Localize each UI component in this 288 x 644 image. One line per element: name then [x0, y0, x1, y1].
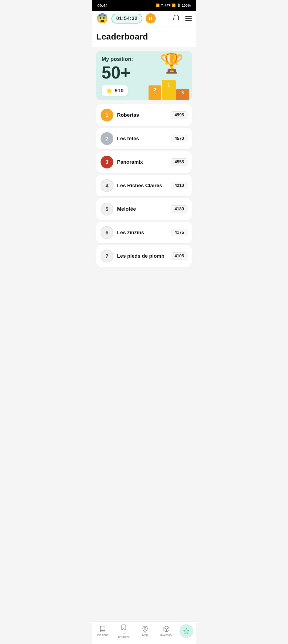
page-title: Leaderboard: [92, 26, 196, 44]
team-name: Melofée: [117, 206, 167, 212]
rank-circle: 6: [101, 226, 113, 239]
signal-icon: 📶: [172, 3, 176, 7]
podium-2: 2: [149, 85, 161, 100]
nav-in-progress-label: Inprogress: [118, 632, 130, 639]
team-score: 4175: [171, 229, 187, 236]
bluetooth-icon: 📶: [156, 3, 160, 7]
score-badge: ⭐ 910: [102, 85, 128, 96]
menu-icon[interactable]: [185, 16, 192, 21]
pause-button[interactable]: [146, 13, 156, 23]
cube-icon: [163, 626, 170, 633]
score-value: 910: [115, 88, 123, 94]
rank-circle: 2: [101, 132, 113, 145]
rank-circle: 5: [101, 203, 113, 215]
team-score: 4555: [171, 158, 187, 166]
rank-circle: 3: [101, 156, 113, 168]
team-score: 4570: [171, 135, 187, 142]
header-actions: [173, 14, 192, 23]
avatar: 😨: [96, 14, 108, 23]
bookmark-icon: [120, 624, 127, 631]
team-score: 4180: [171, 205, 187, 213]
status-bar: 09:44 📶 Yo LTE 📶 🔋 100%: [92, 0, 196, 11]
star-icon: [183, 628, 190, 634]
svg-rect-0: [149, 17, 150, 20]
nav-inventory[interactable]: Inventory: [158, 626, 174, 637]
score-star-icon: ⭐: [106, 87, 113, 94]
nav-in-progress[interactable]: Inprogress: [116, 624, 132, 639]
rank-circle: 1: [101, 109, 113, 121]
battery-icon: 🔋: [177, 3, 181, 7]
svg-rect-2: [173, 18, 174, 20]
nav-map-label: Map: [142, 633, 148, 637]
leaderboard-item: 7 Les pieds de plomb 4105: [96, 245, 192, 267]
status-icons: 📶 Yo LTE 📶 🔋 100%: [156, 3, 191, 7]
nav-inventory-label: Inventory: [160, 633, 172, 637]
svg-point-4: [144, 628, 146, 630]
rank-circle: 7: [101, 250, 113, 262]
team-name: Les zinzins: [117, 230, 167, 235]
leaderboard-item: 3 Panoramix 4555: [96, 151, 192, 173]
team-score: 4210: [171, 182, 187, 189]
position-card: My position: 50+ ⭐ 910 🏆 2 1 3: [96, 51, 192, 100]
team-name: Panoramix: [117, 159, 167, 165]
podium-3: 3: [176, 89, 189, 100]
leaderboard-item: 6 Les zinzins 4175: [96, 222, 192, 243]
svg-marker-6: [184, 629, 189, 634]
timer-display: 01:54:32: [111, 14, 142, 23]
status-time: 09:44: [97, 3, 107, 8]
headset-icon[interactable]: [173, 14, 180, 23]
svg-rect-3: [178, 18, 179, 20]
rank-circle: 4: [101, 179, 113, 192]
team-name: Les Riches Claires: [117, 183, 167, 189]
nav-favorites-button[interactable]: [179, 624, 193, 638]
leaderboard-item: 5 Melofée 4180: [96, 198, 192, 220]
team-score: 4995: [171, 111, 187, 119]
leaderboard-item: 2 Les têtes 4570: [96, 128, 192, 149]
bottom-navigation: Missions Inprogress Map Inventory: [92, 622, 196, 644]
network-icon: Yo LTE: [161, 4, 170, 7]
team-score: 4105: [171, 252, 187, 260]
team-name: Les têtes: [117, 136, 167, 142]
map-icon: [142, 626, 149, 633]
book-icon: [99, 626, 106, 633]
trophy-icon: 🏆: [160, 53, 184, 73]
battery-percent: 100%: [182, 3, 191, 7]
team-name: Les pieds de plomb: [117, 253, 167, 259]
nav-map[interactable]: Map: [137, 626, 153, 637]
leaderboard-item: 1 Robertas 4995: [96, 104, 192, 126]
nav-missions[interactable]: Missions: [95, 626, 111, 637]
team-name: Robertas: [117, 112, 167, 118]
svg-rect-1: [151, 17, 152, 20]
app-header: 😨 01:54:32: [92, 11, 196, 26]
leaderboard-list: 1 Robertas 4995 2 Les têtes 4570 3 Panor…: [92, 104, 196, 293]
nav-missions-label: Missions: [97, 633, 108, 637]
leaderboard-item: 4 Les Riches Claires 4210: [96, 175, 192, 196]
podium-1: 1: [162, 80, 176, 100]
